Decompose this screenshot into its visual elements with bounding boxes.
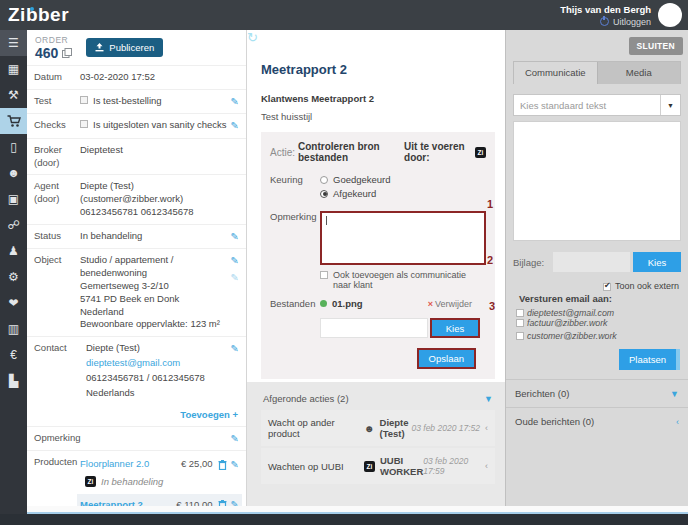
- edit-object-address-icon[interactable]: ✎: [231, 271, 239, 285]
- top-bar: Zibber Thijs van den Bergh Uitloggen: [0, 0, 688, 30]
- email-checkbox[interactable]: [516, 309, 524, 317]
- edit-test-icon[interactable]: ✎: [231, 95, 239, 109]
- user-icon[interactable]: ♟: [0, 238, 27, 264]
- completed-actions-header[interactable]: Afgeronde acties (2) ▼: [261, 389, 495, 408]
- contact-email-link[interactable]: dieptetest@gmail.com: [86, 357, 227, 370]
- completed-title: Afgeronde acties (2): [263, 393, 349, 404]
- tools-glyph: ⚒: [8, 88, 19, 102]
- object-line1: Studio / appartement / benedenwoning: [80, 254, 227, 280]
- email-checkbox[interactable]: [516, 332, 524, 340]
- radio-afgekeurd[interactable]: Afgekeurd: [320, 188, 391, 199]
- email-option[interactable]: customer@zibber.work: [516, 331, 617, 341]
- communicate-label: Ook toevoegen als communicatie naar klan…: [333, 270, 486, 290]
- copy-icon[interactable]: [62, 48, 72, 58]
- producten-label: Producten: [34, 456, 80, 506]
- file-status-dot: [320, 300, 327, 307]
- tablet-icon[interactable]: ▯: [0, 134, 27, 160]
- email-option[interactable]: factuur@zibber.work: [516, 318, 607, 328]
- object-label: Object: [34, 254, 80, 331]
- refresh-icon[interactable]: ↻: [247, 30, 258, 45]
- radio-goedgekeurd[interactable]: Goedgekeurd: [320, 174, 391, 185]
- show-external-row[interactable]: Toon ook extern: [515, 281, 679, 291]
- communicate-checkbox[interactable]: [320, 271, 328, 279]
- radio-icon-selected: [320, 190, 328, 198]
- chevron-left-icon[interactable]: ‹: [485, 423, 488, 433]
- close-panel-button[interactable]: SLUITEN: [629, 37, 683, 55]
- remove-label: Verwijder: [435, 299, 472, 309]
- bar-chart-icon[interactable]: ▙: [0, 368, 27, 394]
- save-button[interactable]: Opslaan: [417, 348, 476, 369]
- avatar[interactable]: [658, 3, 682, 27]
- briefcase-icon[interactable]: ▥: [0, 316, 27, 342]
- test-checkbox[interactable]: [80, 96, 88, 104]
- heart-icon[interactable]: ❤: [0, 290, 27, 316]
- edit-status-icon[interactable]: ✎: [231, 230, 239, 244]
- show-external-checkbox[interactable]: [603, 283, 611, 291]
- attachment-label: Bijlage:: [513, 257, 553, 268]
- object-line5: Bewoonbare oppervlakte: 123 m²: [80, 318, 227, 331]
- messages-section[interactable]: Berichten (0) ▼: [506, 379, 688, 407]
- choose-file-button[interactable]: Kies: [430, 318, 480, 338]
- edit-contact-icon[interactable]: ✎: [231, 342, 239, 399]
- completed-row[interactable]: Wacht op ander product ☻ Diepte (Test) 0…: [261, 410, 495, 446]
- remove-file-button[interactable]: × Verwijder: [428, 299, 472, 309]
- icon-rail: ☰ ▦ ⚒ ▯ ☻ ▣ ☍ ♟ ⚙ ❤ ▥ € ▙: [0, 30, 27, 525]
- choose-attachment-button[interactable]: Kies: [633, 252, 681, 272]
- upload-row: Kies: [320, 318, 486, 338]
- link-icon[interactable]: ☍: [0, 212, 27, 238]
- datum-label: Datum: [34, 71, 80, 84]
- attachment-input[interactable]: [553, 252, 630, 272]
- menu-icon[interactable]: ☰: [0, 30, 27, 56]
- note-row: Opmerking: [270, 211, 486, 265]
- post-button[interactable]: Plaatsen: [619, 349, 680, 370]
- email-label: customer@zibber.work: [527, 331, 617, 341]
- image-icon[interactable]: ▣: [0, 186, 27, 212]
- upload-icon: [95, 43, 104, 52]
- settings-icon[interactable]: ⚙: [0, 264, 27, 290]
- edit-object-icon[interactable]: ✎: [231, 254, 239, 268]
- checks-checkbox[interactable]: [80, 120, 88, 128]
- tab-media[interactable]: Media: [597, 62, 681, 84]
- publish-button[interactable]: Publiceren: [86, 38, 163, 57]
- edit-product-icon[interactable]: ✎: [231, 498, 239, 506]
- chevron-down-icon[interactable]: ▼: [484, 394, 493, 404]
- chevron-left-icon[interactable]: ‹: [485, 461, 488, 471]
- radio-label: Afgekeurd: [333, 188, 376, 199]
- file-input[interactable]: [320, 318, 428, 338]
- message-textarea[interactable]: [513, 121, 681, 241]
- old-messages-section[interactable]: Oude berichten (0) ‹: [506, 407, 688, 435]
- delete-product-icon[interactable]: [218, 460, 227, 470]
- users-icon[interactable]: ☻: [0, 160, 27, 186]
- add-contact-link[interactable]: Toevoegen +: [180, 409, 238, 420]
- note-textarea[interactable]: [320, 211, 486, 265]
- product-link[interactable]: Floorplanner 2.0: [80, 458, 149, 471]
- dashboard-icon[interactable]: ▦: [0, 56, 27, 82]
- chevron-left-icon[interactable]: ‹: [676, 417, 679, 427]
- contact-label: Contact: [34, 342, 80, 399]
- zibber-logo[interactable]: Zibber: [8, 4, 69, 26]
- product-row-meetrapport[interactable]: Meetrapport 2 € 110,00 ✎ Zi Evaluate Mea…: [77, 494, 242, 506]
- email-checkbox[interactable]: [516, 319, 524, 327]
- completed-row[interactable]: Wachten op UUBI Zi UUBI WORKER 03 feb 20…: [261, 448, 495, 484]
- radio-icon: [320, 176, 328, 184]
- link-glyph: ☍: [7, 218, 19, 232]
- shopping-cart-icon[interactable]: [0, 108, 27, 134]
- logout-button[interactable]: Uitloggen: [560, 17, 651, 27]
- edit-checks-icon[interactable]: ✎: [231, 119, 239, 133]
- euro-icon[interactable]: €: [0, 342, 27, 368]
- tab-communicatie[interactable]: Communicatie: [514, 62, 597, 84]
- tools-icon[interactable]: ⚒: [0, 82, 27, 108]
- product-detail-panel: ↻ Meetrapport 2 Klantwens Meetrapport 2 …: [247, 30, 505, 382]
- email-option[interactable]: dieptetest@gmail.com: [516, 308, 614, 318]
- keuring-row: Keuring Goedgekeurd Afgekeurd: [270, 174, 486, 202]
- edit-opmerking-icon[interactable]: ✎: [231, 432, 239, 446]
- chevron-down-icon[interactable]: ▼: [670, 389, 679, 399]
- product-row-floorplanner: Floorplanner 2.0 € 25,00 ✎ Zi In behande…: [80, 456, 239, 492]
- email-label: factuur@zibber.work: [527, 318, 607, 328]
- note-checkbox-row[interactable]: Ook toevoegen als communicatie naar klan…: [320, 270, 486, 290]
- order-panel: ORDER 460 Publiceren Datum 03-02-2020 17…: [27, 30, 247, 506]
- checks-value: Is uitgesloten van sanity checks: [93, 119, 227, 133]
- standard-text-select[interactable]: Kies standaard tekst ▼: [513, 94, 681, 116]
- product-link[interactable]: Meetrapport 2: [80, 499, 143, 506]
- edit-product-icon[interactable]: ✎: [231, 458, 239, 472]
